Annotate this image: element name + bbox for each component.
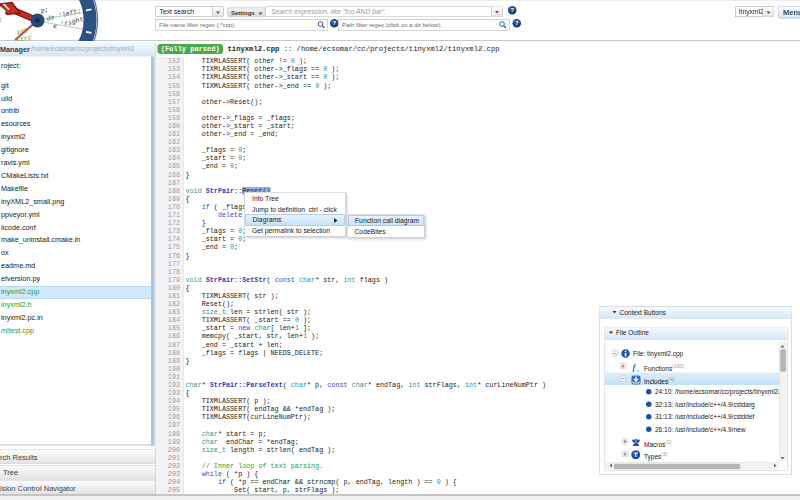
svg-text:f: f [633, 362, 637, 372]
svg-text:z: z [0, 17, 3, 25]
svg-text:x: x [636, 368, 639, 373]
svg-text:p;: p; [39, 6, 49, 15]
